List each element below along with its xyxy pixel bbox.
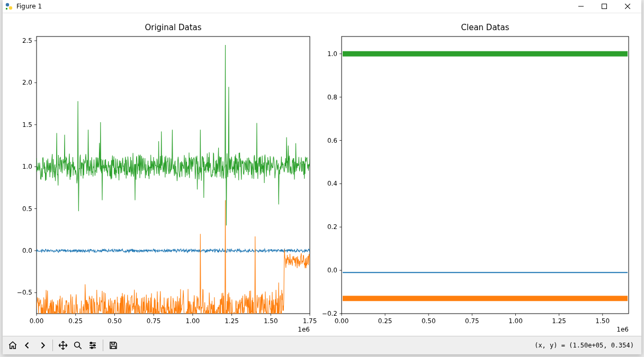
svg-text:1.50: 1.50 (595, 317, 610, 325)
configure-subplots-button[interactable] (86, 338, 100, 352)
save-button[interactable] (106, 338, 120, 352)
svg-text:0.2: 0.2 (327, 223, 337, 231)
svg-rect-3 (602, 4, 607, 9)
figure-window: Figure 1 Original Datas0.000.250.500.751… (3, 0, 641, 354)
app-icon (5, 2, 13, 11)
svg-text:Original Datas: Original Datas (145, 23, 201, 32)
window-title: Figure 1 (16, 3, 42, 10)
cursor-coordinates: (x, y) = (1.50e+05, 0.354) (534, 342, 638, 349)
svg-text:−0.5: −0.5 (17, 289, 32, 296)
svg-text:1.5: 1.5 (22, 121, 32, 129)
zoom-button[interactable] (71, 338, 85, 352)
figure-canvas[interactable]: Original Datas0.000.250.500.751.001.251.… (3, 13, 641, 336)
svg-point-0 (6, 3, 9, 6)
svg-text:1e6: 1e6 (616, 326, 629, 333)
svg-text:1.25: 1.25 (225, 317, 239, 325)
toolbar-separator (52, 340, 53, 351)
svg-text:0.5: 0.5 (22, 205, 32, 213)
svg-rect-2 (6, 8, 7, 10)
toolbar-separator (103, 340, 103, 351)
svg-text:0.00: 0.00 (335, 317, 349, 325)
svg-text:Clean Datas: Clean Datas (461, 23, 509, 32)
svg-point-1 (9, 6, 12, 10)
forward-button[interactable] (35, 338, 49, 352)
svg-point-76 (91, 347, 93, 349)
svg-text:1.00: 1.00 (508, 317, 523, 325)
svg-text:0.75: 0.75 (465, 317, 479, 325)
svg-text:1.0: 1.0 (22, 163, 32, 170)
svg-text:2.0: 2.0 (22, 79, 32, 86)
svg-point-75 (94, 345, 95, 346)
svg-text:0.0: 0.0 (327, 267, 337, 274)
matplotlib-toolbar: (x, y) = (1.50e+05, 0.354) (3, 336, 641, 354)
pan-button[interactable] (56, 338, 70, 352)
maximize-button[interactable] (593, 1, 616, 12)
svg-text:1.50: 1.50 (264, 317, 278, 325)
svg-text:0.75: 0.75 (147, 317, 161, 325)
titlebar[interactable]: Figure 1 (3, 0, 641, 13)
svg-text:1.25: 1.25 (552, 317, 566, 325)
svg-text:0.6: 0.6 (327, 137, 337, 144)
svg-text:−0.2: −0.2 (322, 310, 337, 317)
svg-text:0.25: 0.25 (378, 317, 392, 325)
svg-text:0.0: 0.0 (22, 247, 32, 254)
minimize-button[interactable] (569, 1, 593, 12)
home-icon[interactable] (6, 338, 20, 352)
svg-text:1.0: 1.0 (327, 50, 337, 58)
svg-text:0.4: 0.4 (327, 180, 337, 187)
svg-text:0.00: 0.00 (30, 317, 44, 325)
svg-point-74 (91, 342, 92, 344)
close-button[interactable] (616, 1, 639, 12)
svg-text:0.25: 0.25 (68, 317, 83, 325)
svg-text:0.8: 0.8 (327, 94, 337, 101)
svg-text:1.75: 1.75 (303, 317, 317, 325)
svg-point-73 (75, 342, 80, 347)
svg-text:1.00: 1.00 (185, 317, 200, 325)
svg-text:1e6: 1e6 (298, 326, 310, 333)
svg-text:0.50: 0.50 (422, 317, 436, 325)
back-button[interactable] (21, 338, 34, 352)
svg-text:0.50: 0.50 (108, 317, 122, 325)
svg-text:2.5: 2.5 (22, 37, 32, 44)
